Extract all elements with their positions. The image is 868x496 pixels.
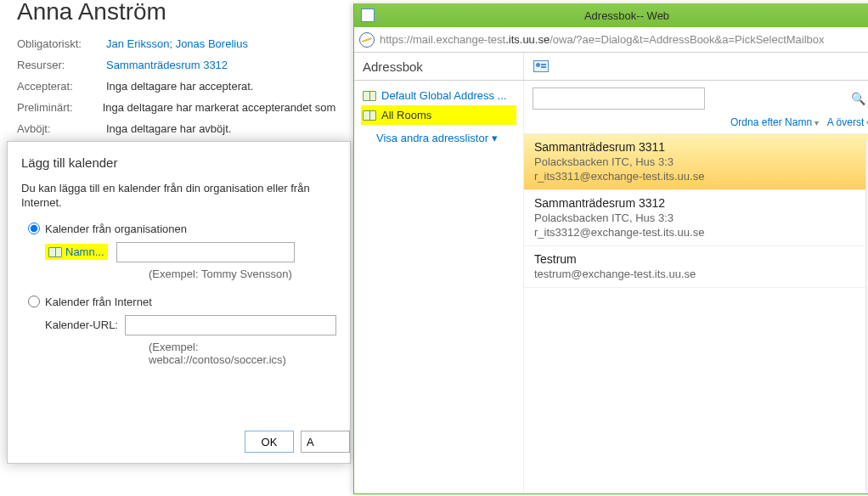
search-input[interactable] [533,87,705,110]
value-obligatoriskt[interactable]: Jan Eriksson; Jonas Borelius [106,37,248,50]
radio-internet-row[interactable]: Kalender från Internet [28,296,336,308]
addresslist-label: Default Global Address ... [381,89,506,102]
result-sub: Polacksbacken ITC, Hus 3:3 [534,155,868,168]
url-path: /owa/?ae=Dialog&t=AddressBook&a=PickSele… [550,33,824,46]
window-title: Adressbok-- Web [381,9,868,22]
name-example: (Exempel: Tommy Svensson) [149,268,336,280]
search-icon[interactable]: 🔍 [851,92,865,105]
calendar-info-panel: Anna Anström Obligatoriskt: Jan Eriksson… [0,0,357,144]
person-name-heading: Anna Anström [17,0,340,25]
result-mail: r_its3312@exchange-test.its.uu.se [534,226,868,239]
label-resurser: Resurser: [17,59,106,71]
ie-icon [359,32,375,48]
toolbar-label: Adressbok [354,53,524,80]
addressbook-icon [363,91,376,101]
addressbook-icon [363,110,376,121]
result-title: Testrum [534,252,868,266]
addresslist-nav: Default Global Address ... All Rooms Vis… [354,81,524,493]
url-label: Kalender-URL: [45,318,118,331]
url-host-dark: .its.uu.se [505,33,550,46]
sort-by-dropdown[interactable]: Ordna efter Namn [730,116,819,128]
sort-dir-dropdown[interactable]: A överst [827,116,868,128]
ok-button[interactable]: OK [245,431,294,453]
addressbook-icon [48,247,62,257]
name-picker-label: Namn... [65,245,104,258]
result-title: Sammanträdesrum 3312 [534,196,868,210]
add-calendar-dialog: Lägg till kalender Du kan lägga till en … [7,141,351,464]
show-other-label: Visa andra adresslistor [376,132,488,144]
value-resurser[interactable]: Sammanträdesrum 3312 [106,59,228,71]
result-mail: testrum@exchange-test.its.uu.se [534,268,868,280]
show-other-lists[interactable]: Visa andra adresslistor ▾ [361,132,516,144]
addresslist-all-rooms[interactable]: All Rooms [361,105,516,125]
name-picker-button[interactable]: Namn... [45,244,108,260]
chevron-down-icon: ▾ [492,132,498,144]
url-host-grey: mail.exchange-test [413,33,505,46]
list-item[interactable]: Testrum testrum@exchange-test.its.uu.se [524,246,868,288]
addressbook-window: Adressbok-- Web https://mail.exchange-te… [353,3,868,494]
value-avbojt: Inga deltagare har avböjt. [106,122,231,135]
url-input[interactable] [125,315,336,335]
radio-org-row[interactable]: Kalender från organisationen [28,223,336,235]
label-accepterat: Accepterat: [17,80,106,93]
value-accepterat: Inga deltagare har accepterat. [106,80,253,93]
result-sub: Polacksbacken ITC, Hus 3:3 [534,211,868,224]
label-obligatoriskt: Obligatoriskt: [17,37,106,50]
addresslist-default-gal[interactable]: Default Global Address ... [361,86,516,105]
contact-card-icon[interactable] [533,58,550,75]
cancel-button[interactable]: A [301,431,350,453]
label-preliminart: Preliminärt: [17,101,103,114]
results-panel: 🔍 Ordna efter Namn A överst Sammanträdes… [524,81,868,493]
url-scheme: https:// [380,33,413,46]
radio-internet[interactable] [28,296,40,307]
list-item[interactable]: Sammanträdesrum 3311 Polacksbacken ITC, … [524,134,868,190]
address-bar[interactable]: https://mail.exchange-test.its.uu.se/owa… [354,27,868,53]
dialog-intro: Du kan lägga till en kalender från din o… [21,182,336,211]
radio-org-label: Kalender från organisationen [45,223,187,235]
url-example: (Exempel: webcal://contoso/soccer.ics) [149,341,336,366]
addresslist-label: All Rooms [381,109,431,121]
radio-org[interactable] [28,223,40,234]
value-preliminart: Inga deltagare har markerat accepterande… [103,101,340,114]
label-avbojt: Avböjt: [17,122,106,135]
page-icon [361,8,375,22]
url-text: https://mail.exchange-test.its.uu.se/owa… [380,33,825,46]
dialog-title: Lägg till kalender [21,155,336,170]
name-input[interactable] [116,242,295,262]
window-titlebar[interactable]: Adressbok-- Web [354,3,868,27]
radio-internet-label: Kalender från Internet [45,296,152,308]
result-mail: r_its3311@exchange-test.its.uu.se [534,170,868,183]
results-list: Sammanträdesrum 3311 Polacksbacken ITC, … [524,133,868,493]
list-item[interactable]: Sammanträdesrum 3312 Polacksbacken ITC, … [524,190,868,246]
result-title: Sammanträdesrum 3311 [534,140,868,154]
ab-toolbar: Adressbok [354,53,868,81]
